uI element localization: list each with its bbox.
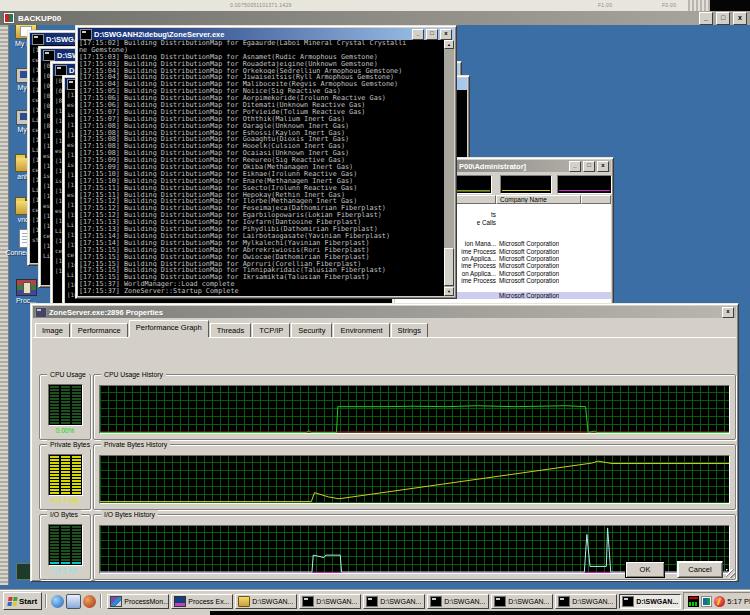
console-line: [17:15:12] Building DistributionMap for …	[79, 212, 444, 219]
resize-grip[interactable]	[726, 569, 735, 578]
taskbar-button[interactable]: D:\SWGAN...	[427, 594, 489, 609]
tab-performance[interactable]: Performance	[71, 323, 128, 337]
vnc-tray-icon[interactable]	[701, 596, 712, 607]
host-background-dark	[710, 0, 750, 11]
taskbar-button-label: ProcessMon...	[124, 598, 169, 605]
io-bytes-value: 16.2 KB	[40, 567, 90, 574]
console-scrollbar[interactable]: ▲ ▼	[444, 40, 454, 296]
host-background-bottom	[0, 611, 210, 615]
company-name-column-header[interactable]: Company Name	[496, 195, 581, 204]
extra-column-header[interactable]	[581, 195, 611, 204]
taskbar-button[interactable]: D:\SWGAN...	[235, 594, 297, 609]
taskbar-button-label: D:\SWGAN...	[508, 598, 549, 605]
windows-flag-icon	[7, 597, 17, 606]
console-line: [17:15:08] Building DistributionMap for …	[79, 136, 444, 143]
quick-launch-app-icon[interactable]	[83, 595, 96, 608]
vnc-close-button[interactable]: x	[733, 12, 747, 25]
console-line: ne Gemstone)	[79, 47, 444, 54]
io-bytes-gauge	[48, 524, 83, 566]
console-icon	[55, 65, 67, 76]
close-button[interactable]: x	[440, 29, 452, 40]
taskbar-button[interactable]: D:\SWGAN...	[491, 594, 553, 609]
properties-titlebar[interactable]: ZoneServer.exe:2896 Properties x	[33, 306, 736, 318]
scroll-up-icon[interactable]: ▲	[444, 40, 454, 49]
gauge-label: CPU Usage	[47, 370, 89, 379]
cancel-button[interactable]: Cancel	[677, 561, 723, 578]
company-name: Microsoft Corporation	[496, 240, 559, 247]
private-bytes-history-graph	[99, 455, 730, 504]
archive-icon	[16, 279, 37, 296]
vnc-minimize-button[interactable]: _	[699, 12, 713, 25]
console-line: [17:15:07] Building DistributionMap for …	[79, 109, 444, 116]
taskbar-button[interactable]: Process Ex...	[171, 594, 233, 609]
vnc-maximize-button[interactable]: □	[716, 12, 730, 25]
vnc-titlebar[interactable]: BACKUP00 _ □ x	[0, 11, 750, 25]
tab-strings[interactable]: Strings	[391, 323, 428, 337]
console-line: [17:15:06] Building DistributionMap for …	[79, 102, 444, 109]
console-icon	[494, 596, 506, 607]
host-text-fragment: F0.00	[662, 2, 676, 8]
taskbar-button[interactable]: D:\SWGAN...	[619, 594, 681, 609]
console-line: [17:15:03] Building DistributionMap for …	[79, 61, 444, 68]
private-bytes-history-group: Private Bytes History	[93, 444, 736, 510]
taskbar-button[interactable]: D:\SWGAN...	[555, 594, 617, 609]
scrollbar-thumb[interactable]	[444, 248, 454, 286]
host-scrollbar-fragment	[688, 0, 710, 11]
console-line: [17:15:11] Building DistributionMap for …	[79, 185, 444, 192]
console-titlebar[interactable]: D:\SWGANH2\debug\ZoneServer.exe _ □ x	[78, 28, 454, 40]
properties-title: ZoneServer.exe:2896 Properties	[49, 308, 720, 317]
console-line: [17:15:08] Building DistributionMap for …	[79, 130, 444, 137]
taskbar-button[interactable]: ProcessMon...	[107, 594, 169, 609]
taskbar-button-label: D:\SWGAN...	[572, 598, 613, 605]
zoneserver-properties-window[interactable]: ZoneServer.exe:2896 Properties x ImagePe…	[30, 303, 739, 582]
io-bytes-gauge-group: I/O Bytes 16.2 KB	[39, 514, 91, 580]
tab-environment[interactable]: Environment	[333, 323, 389, 337]
minimize-button[interactable]: _	[569, 161, 581, 172]
tab-security[interactable]: Security	[291, 323, 332, 337]
quick-launch-mail-icon[interactable]	[66, 594, 81, 609]
tab-tcp-ip[interactable]: TCP/IP	[252, 323, 290, 337]
company-name: Microsoft Corporation	[496, 262, 559, 269]
zoneserver-console-window[interactable]: D:\SWGANH2\debug\ZoneServer.exe _ □ x [1…	[75, 25, 457, 299]
maximize-button[interactable]: □	[583, 161, 595, 172]
quick-launch-globe-icon[interactable]	[51, 595, 64, 608]
start-label: Start	[19, 597, 37, 606]
taskbar-clock: 5:17 PM	[727, 597, 750, 606]
procmon-icon	[110, 596, 122, 607]
console-title: D:\SWGANH2\debug\ZoneServer.exe	[94, 30, 410, 39]
host-text-fragment: 0.00750051101371.1429	[230, 2, 292, 8]
company-name	[496, 284, 499, 291]
tab-performance-graph[interactable]: Performance Graph	[129, 320, 209, 337]
host-text-fragment: F1.00	[598, 2, 612, 8]
close-button[interactable]: x	[722, 307, 734, 318]
taskbar: Start ProcessMon...Process Ex...D:\SWGAN…	[0, 590, 750, 611]
memory-history-minigraph[interactable]	[500, 175, 552, 194]
taskbar-divider	[100, 594, 102, 608]
taskbar-tasks: ProcessMon...Process Ex...D:\SWGAN...D:\…	[107, 594, 683, 609]
history-label: Private Bytes History	[101, 440, 170, 449]
console-line: [17:15:08] Building DistributionMap for …	[79, 150, 444, 157]
console-line: [17:15:37] WorldManager::Load complete	[79, 281, 444, 288]
vnc-app-icon	[3, 12, 15, 24]
minimize-button[interactable]: _	[412, 29, 424, 40]
close-button[interactable]: x	[597, 161, 609, 172]
tab-image[interactable]: Image	[35, 323, 70, 337]
cpu-usage-gauge-group: CPU Usage 0.00%	[39, 374, 91, 440]
taskbar-button[interactable]: D:\SWGAN...	[363, 594, 425, 609]
performance-meter-tray-icon[interactable]	[688, 596, 699, 607]
ok-button[interactable]: OK	[625, 561, 665, 578]
private-bytes-gauge-group: Private Bytes 473.7 MB	[39, 444, 91, 510]
taskbar-button[interactable]: D:\SWGAN...	[299, 594, 361, 609]
antivirus-tray-icon[interactable]	[714, 596, 725, 607]
scroll-down-icon[interactable]: ▼	[444, 287, 454, 296]
console-icon	[622, 596, 634, 607]
maximize-button[interactable]: □	[426, 29, 438, 40]
start-button[interactable]: Start	[3, 592, 42, 610]
console-line: [17:15:10] Building DistributionMap for …	[79, 178, 444, 185]
console-icon	[302, 596, 314, 607]
io-history-minigraph[interactable]	[557, 175, 612, 194]
tab-threads[interactable]: Threads	[210, 323, 252, 337]
console-line: [17:15:11] Building DistributionMap for …	[79, 192, 444, 199]
console-line: [17:15:07] Building DistributionMap for …	[79, 116, 444, 123]
cpu-usage-history-group: CPU Usage History	[93, 374, 736, 440]
